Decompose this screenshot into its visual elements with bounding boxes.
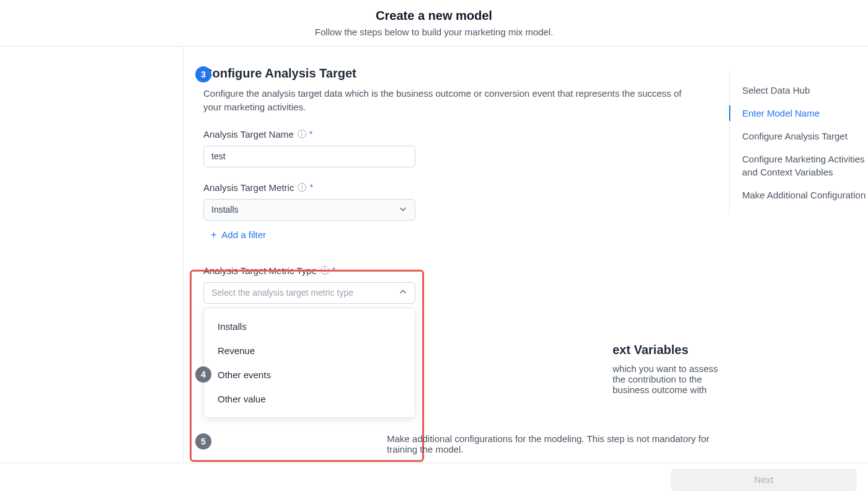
required-asterisk: * (332, 265, 335, 275)
main: 3 Configure Analysis Target Configure th… (0, 46, 868, 462)
add-filter-label: Add a filter (221, 229, 266, 240)
chevron-up-icon (399, 288, 407, 298)
add-filter-link[interactable]: + Add a filter (211, 229, 266, 241)
left-gutter (0, 46, 184, 462)
analysis-target-name-label: Analysis Target Name i * (203, 129, 698, 140)
step-3-title: Configure Analysis Target (203, 66, 698, 81)
required-asterisk: * (309, 129, 312, 139)
analysis-target-metric-field: Analysis Target Metric i * Installs + Ad… (203, 182, 698, 241)
dropdown-option-revenue[interactable]: Revenue (204, 339, 415, 363)
info-icon[interactable]: i (298, 130, 306, 138)
step-4-desc-partial: which you want to assess the contributio… (613, 363, 729, 395)
dropdown-option-other-events[interactable]: Other events (204, 363, 415, 387)
next-button[interactable]: Next (671, 469, 857, 491)
analysis-target-metric-type-select[interactable]: Select the analysis target metric type (203, 282, 415, 304)
footer: Next (0, 463, 868, 496)
label-text: Analysis Target Metric (203, 182, 294, 193)
analysis-target-name-input[interactable] (211, 151, 407, 161)
sidenav-item-select-data-hub[interactable]: Select Data Hub (742, 79, 868, 102)
plus-icon: + (211, 229, 216, 241)
sidenav-item-make-additional-config[interactable]: Make Additional Configuration (742, 184, 868, 206)
chevron-down-icon (399, 205, 407, 215)
analysis-target-name-field: Analysis Target Name i * (203, 129, 698, 167)
page-subtitle: Follow the steps below to build your mar… (0, 27, 868, 37)
analysis-target-metric-type-label: Analysis Target Metric Type i * (203, 265, 698, 276)
content-column: 3 Configure Analysis Target Configure th… (184, 46, 729, 462)
page-title: Create a new model (0, 9, 868, 23)
analysis-target-name-input-wrap (203, 146, 415, 167)
step-4-badge: 4 (195, 366, 211, 383)
sidenav-item-configure-analysis-target[interactable]: Configure Analysis Target (742, 125, 868, 148)
step-3-badge: 3 (195, 66, 211, 82)
step-3-desc: Configure the analysis target data which… (203, 87, 687, 114)
page-header: Create a new model Follow the steps belo… (0, 0, 868, 46)
sidenav-item-enter-model-name[interactable]: Enter Model Name (742, 102, 868, 125)
label-text: Analysis Target Metric Type (203, 265, 317, 276)
step-4-title-partial: ext Variables (613, 343, 729, 357)
info-icon[interactable]: i (321, 266, 329, 275)
step-5-desc-row: Make additional configurations for the m… (387, 433, 729, 454)
analysis-target-metric-label: Analysis Target Metric i * (203, 182, 698, 193)
info-icon[interactable]: i (298, 183, 306, 192)
step-5-badge: 5 (195, 433, 211, 450)
select-placeholder: Select the analysis target metric type (211, 288, 353, 298)
required-asterisk: * (309, 182, 312, 192)
dropdown-option-other-value[interactable]: Other value (204, 387, 415, 411)
metric-type-dropdown: Installs Revenue Other events Other valu… (203, 308, 415, 418)
side-nav: Select Data Hub Enter Model Name Configu… (729, 71, 868, 214)
sidenav-item-configure-marketing[interactable]: Configure Marketing Activities and Conte… (742, 148, 868, 184)
select-value: Installs (211, 205, 239, 215)
step-4-section-partial: ext Variables which you want to assess t… (613, 343, 729, 395)
analysis-target-metric-select[interactable]: Installs (203, 199, 415, 221)
label-text: Analysis Target Name (203, 129, 294, 140)
dropdown-option-installs[interactable]: Installs (204, 314, 415, 339)
step-5-desc: Make additional configurations for the m… (387, 433, 729, 454)
